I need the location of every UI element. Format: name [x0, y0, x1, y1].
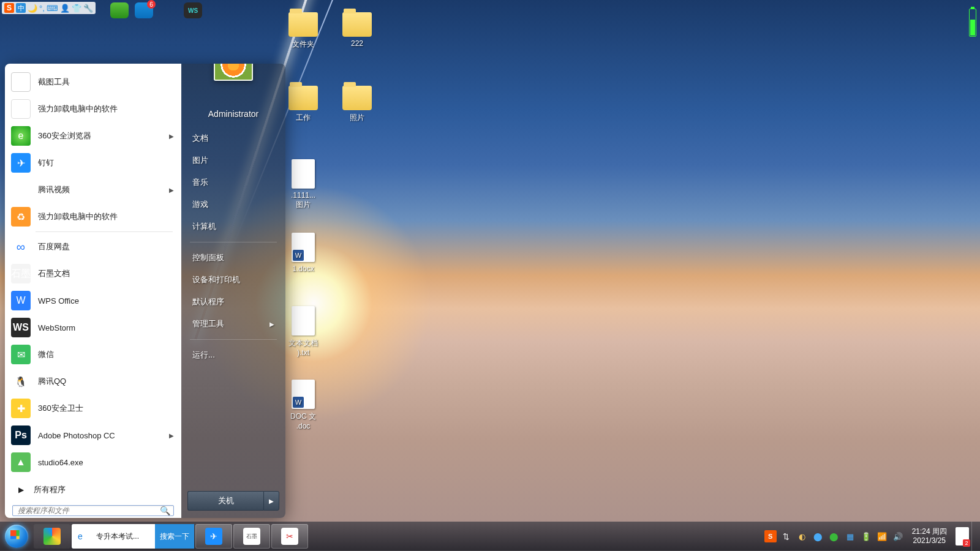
ie-search-button[interactable]: 搜索一下	[155, 524, 194, 549]
chevron-right-icon: ▶	[169, 187, 174, 193]
program-label: 360安全浏览器	[38, 130, 91, 141]
ie-title: 专升本考试...	[92, 531, 151, 542]
program-item[interactable]: 🐧腾讯QQ	[6, 368, 180, 395]
app-icon[interactable]: 6	[135, 2, 153, 18]
pi-wps-icon: W	[11, 291, 31, 310]
link-defaults[interactable]: 默认程序	[187, 291, 279, 313]
program-item[interactable]: ▲studio64.exe	[6, 449, 180, 476]
program-label: 强力卸载电脑中的软件	[38, 211, 118, 222]
taskbar-clock[interactable]: 21:24 周四 2021/3/25	[906, 527, 953, 545]
link-pictures[interactable]: 图片	[187, 149, 279, 171]
chevron-right-icon: ▶	[169, 133, 174, 140]
taskbar-dingtalk[interactable]: ✈	[195, 524, 232, 549]
scissors-icon: ✂	[281, 528, 298, 545]
separator	[190, 339, 277, 340]
start-menu: ✂截图工具强力卸载电脑中的软件e360安全浏览器▶✈钉钉▶腾讯视频▶♻强力卸载电…	[5, 64, 285, 518]
program-item[interactable]: ✉微信	[6, 341, 180, 368]
program-item[interactable]: e360安全浏览器▶	[6, 122, 180, 149]
program-item[interactable]: ✚360安全卫士	[6, 395, 180, 422]
windows-orb-icon	[5, 525, 28, 548]
desktop-folder[interactable]: 照片	[331, 86, 383, 123]
start-button[interactable]	[0, 522, 33, 551]
start-menu-places: Administrator 文档 图片 音乐 游戏 计算机 控制面板 设备和打印…	[181, 64, 285, 518]
search-input[interactable]	[13, 506, 156, 515]
link-run[interactable]: 运行...	[187, 344, 279, 366]
program-item[interactable]: ✈钉钉	[6, 149, 180, 176]
tray-icon[interactable]: ⇅	[780, 530, 793, 542]
pi-ws-icon: WS	[11, 318, 31, 337]
search-icon[interactable]: 🔍	[156, 506, 173, 515]
shutdown-group: 关机 ▶	[187, 491, 279, 511]
app-icon[interactable]	[159, 2, 178, 18]
badge: 6	[147, 0, 156, 9]
pi-page-icon	[11, 99, 31, 119]
sogou-tray-icon[interactable]: S	[764, 530, 777, 542]
tray-icon[interactable]: ⬤	[812, 530, 824, 542]
start-menu-programs: ✂截图工具强力卸载电脑中的软件e360安全浏览器▶✈钉钉▶腾讯视频▶♻强力卸载电…	[5, 64, 181, 518]
tray-icon[interactable]: ▦	[844, 530, 856, 542]
taskbar-snip[interactable]: ✂	[271, 524, 308, 549]
wifi-icon[interactable]: 📶	[876, 530, 888, 542]
moon-icon[interactable]: 🌙	[28, 4, 37, 13]
tray-icon[interactable]: ⬤	[828, 530, 840, 542]
program-label: WPS Office	[38, 296, 79, 305]
pi-qq-icon: 🐧	[11, 372, 31, 391]
clock-time: 21:24 周四	[912, 527, 947, 536]
app-icon[interactable]	[110, 2, 129, 18]
taskbar-pinned[interactable]	[34, 524, 70, 549]
chevron-right-icon: ▶	[169, 432, 174, 439]
program-item[interactable]: ♻强力卸载电脑中的软件	[6, 203, 180, 230]
wrench-icon[interactable]: 🔧	[83, 4, 93, 13]
tray-icon[interactable]: ◐	[796, 530, 809, 542]
program-label: 360安全卫士	[38, 403, 83, 414]
all-programs-label: 所有程序	[34, 484, 66, 495]
program-label: WebStorm	[38, 323, 75, 332]
user-icon[interactable]: 👤	[60, 4, 70, 13]
link-control-panel[interactable]: 控制面板	[187, 247, 279, 269]
pi-360-icon: e	[11, 126, 31, 146]
program-item[interactable]: 强力卸载电脑中的软件	[6, 96, 180, 122]
program-item[interactable]: ✂截图工具	[6, 69, 180, 96]
user-avatar[interactable]	[214, 64, 253, 81]
ime-lang[interactable]: 中	[16, 3, 26, 13]
icon-label: 照片	[331, 113, 383, 123]
link-devices[interactable]: 设备和打印机	[187, 269, 279, 291]
ime-toolbar[interactable]: S 中 🌙 °, ⌨ 👤 👕 🔧	[2, 2, 96, 14]
shutdown-button[interactable]: 关机	[187, 491, 263, 511]
program-label: 百度网盘	[38, 241, 70, 252]
taskbar-shimo[interactable]: 石墨	[233, 524, 270, 549]
shimo-icon: 石墨	[243, 528, 260, 545]
webstorm-icon[interactable]: WS	[184, 2, 202, 18]
desktop-folder[interactable]: 文件夹	[277, 12, 330, 50]
program-item[interactable]: WSWebStorm	[6, 314, 180, 341]
keyboard-icon[interactable]: ⌨	[47, 4, 58, 13]
battery-icon[interactable]: 🔋	[860, 530, 872, 542]
all-programs[interactable]: ▶ 所有程序	[6, 478, 180, 504]
sogou-icon[interactable]: S	[4, 3, 14, 13]
program-item[interactable]: WWPS Office	[6, 287, 180, 314]
shirt-icon[interactable]: 👕	[72, 4, 81, 13]
program-item[interactable]: 石墨石墨文档	[6, 260, 180, 287]
shutdown-options[interactable]: ▶	[263, 491, 279, 511]
action-center-icon[interactable]: 2	[956, 527, 969, 545]
desktop-folder[interactable]: 222	[331, 12, 383, 48]
link-music[interactable]: 音乐	[187, 171, 279, 193]
link-games[interactable]: 游戏	[187, 193, 279, 216]
taskbar-ie[interactable]: e 专升本考试... 搜索一下	[72, 524, 194, 549]
program-item[interactable]: ▶腾讯视频▶	[6, 176, 180, 203]
program-item[interactable]: PsAdobe Photoshop CC▶	[6, 422, 180, 449]
ie-icon: e	[72, 528, 89, 545]
battery-gadget[interactable]	[969, 9, 976, 37]
start-search[interactable]: 🔍	[12, 505, 174, 516]
program-item[interactable]: 百度网盘	[6, 233, 180, 260]
punct-icon[interactable]: °,	[39, 4, 45, 13]
pi-ding-icon: ✈	[11, 153, 31, 173]
link-admin-tools[interactable]: 管理工具▶	[187, 313, 279, 335]
show-desktop-button[interactable]	[971, 522, 979, 551]
link-computer[interactable]: 计算机	[187, 216, 279, 238]
pi-snip-icon: ✂	[11, 72, 31, 92]
link-documents[interactable]: 文档	[187, 127, 279, 149]
volume-icon[interactable]: 🔊	[892, 530, 904, 542]
username[interactable]: Administrator	[187, 109, 279, 119]
icon-label: 222	[331, 39, 383, 48]
